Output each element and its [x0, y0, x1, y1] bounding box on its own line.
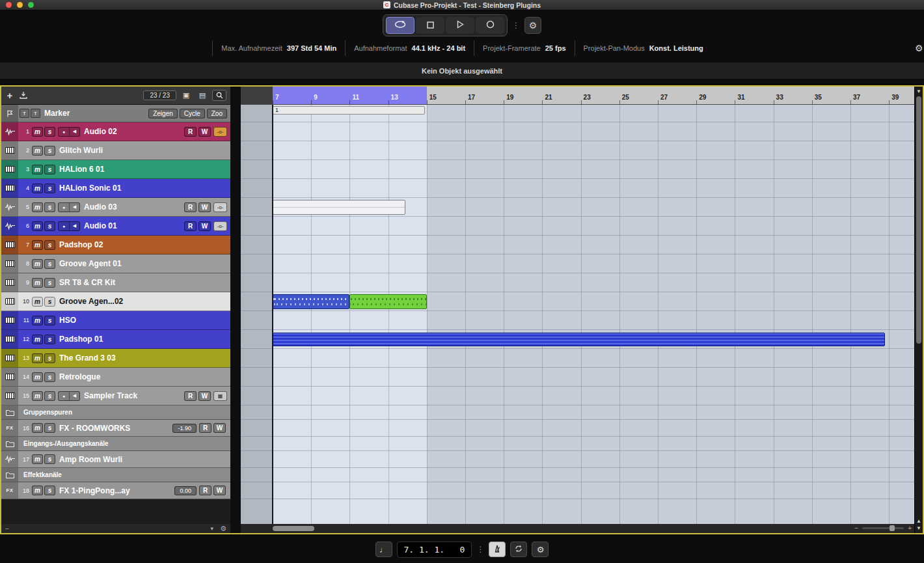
track-row-groove-agent-01[interactable]: 8msGroove Agent 01 [1, 254, 230, 273]
mute-button[interactable]: m [32, 184, 43, 193]
cycle-button[interactable] [386, 17, 414, 34]
write-automation-button[interactable]: W [198, 391, 211, 401]
write-automation-button[interactable]: W [198, 221, 211, 231]
read-automation-button[interactable]: R [199, 423, 211, 433]
track-row-the-grand-3-03[interactable]: 13msThe Grand 3 03 [1, 349, 230, 368]
track-row-sampler-track[interactable]: 15ms●◀Sampler TrackRW▦ [1, 387, 230, 405]
time-display[interactable]: 7. 1. 1. 0 [397, 542, 472, 558]
ruler-options-chevron-icon[interactable]: ▼ [916, 88, 921, 95]
project-cursor[interactable] [272, 105, 273, 524]
mute-button[interactable]: m [32, 165, 43, 174]
read-automation-button[interactable]: R [184, 221, 197, 231]
track-row-marker[interactable]: TTMarkerZeigenCycleZoo [1, 105, 230, 122]
transport-drag-handle-icon[interactable]: ⋮ [512, 21, 520, 30]
add-marker-icon[interactable]: T [20, 109, 29, 118]
mute-button[interactable]: m [32, 486, 43, 495]
track-row-padshop-01[interactable]: 12msPadshop 01 [1, 330, 230, 349]
automation-input-button[interactable]: -o- [213, 127, 227, 137]
record-enable-icon[interactable]: ● [59, 222, 69, 230]
close-window-button[interactable] [6, 2, 12, 8]
clip-padshop-01[interactable] [273, 333, 885, 346]
vertical-scrollbar[interactable]: ▼ ▲ ▼ [914, 87, 923, 533]
solo-button[interactable]: s [44, 165, 55, 174]
solo-button[interactable]: s [44, 297, 55, 307]
record-enable-icon[interactable]: ● [59, 392, 69, 400]
monitor-icon[interactable]: ◀ [69, 222, 79, 230]
minimize-window-button[interactable] [17, 2, 23, 8]
record-button[interactable] [476, 17, 504, 34]
mute-button[interactable]: m [32, 240, 43, 250]
transport-setup-gear-icon[interactable]: ⚙ [524, 17, 541, 34]
horizontal-scroll-thumb[interactable] [273, 526, 314, 531]
track-row-sr-t8-cr-kit[interactable]: 9msSR T8 & CR Kit [1, 273, 230, 292]
read-automation-button[interactable]: R [184, 127, 197, 137]
sync-button[interactable] [510, 542, 527, 557]
keyboard-focus-button[interactable]: ▦ [213, 391, 227, 401]
track-row-glitch-wurli[interactable]: 2msGlitch Wurli [1, 141, 230, 160]
lower-transport-drag-handle-icon[interactable]: ⋮ [476, 545, 484, 554]
record-enable-icon[interactable]: ● [59, 203, 69, 212]
stop-button[interactable] [416, 17, 444, 34]
read-automation-button[interactable]: R [184, 202, 197, 212]
solo-button[interactable]: s [44, 184, 55, 193]
zoom-window-button[interactable] [28, 2, 34, 8]
status-record-format[interactable]: Aufnahmeformat 44.1 kHz - 24 bit [345, 40, 474, 56]
mute-button[interactable]: m [32, 127, 43, 137]
search-tracks-button[interactable] [212, 90, 226, 101]
zoom-slider[interactable] [862, 527, 904, 529]
write-automation-button[interactable]: W [198, 202, 211, 212]
scroll-down-icon[interactable]: ▼ [916, 525, 921, 532]
toolbar-setup-gear-icon[interactable]: ⚙ [915, 43, 924, 53]
import-track-icon[interactable] [18, 92, 29, 99]
quarter-note-icon[interactable]: ♩ [375, 542, 392, 557]
write-automation-button[interactable]: W [213, 423, 226, 433]
track-row-groove-agen-02[interactable]: 10msGroove Agen...02 [1, 292, 230, 311]
mute-button[interactable]: m [32, 423, 43, 433]
solo-button[interactable]: s [44, 353, 55, 363]
solo-button[interactable]: s [44, 316, 55, 325]
marker-zeigen-button[interactable]: Zeigen [148, 109, 178, 118]
monitor-icon[interactable]: ◀ [69, 203, 79, 212]
mute-button[interactable]: m [32, 316, 43, 325]
mute-button[interactable]: m [32, 353, 43, 363]
track-row-retrologue[interactable]: 14msRetrologue [1, 368, 230, 387]
solo-button[interactable]: s [44, 146, 55, 156]
track-row-effektkanäle[interactable]: Effektkanäle [1, 468, 230, 482]
track-scale-chevron-down-icon[interactable]: ▾ [211, 525, 214, 532]
track-row-fx-1-pingpong-ay[interactable]: FX18msFX 1-PingPong...ay0.00RW [1, 482, 230, 499]
zoom-in-icon[interactable]: + [908, 525, 912, 532]
mute-button[interactable]: m [32, 372, 43, 382]
solo-button[interactable]: s [44, 221, 55, 231]
mute-button[interactable]: m [32, 202, 43, 212]
mute-button[interactable]: m [32, 335, 43, 344]
solo-button[interactable]: s [44, 391, 55, 401]
play-button[interactable] [446, 17, 474, 34]
clip-groove-agen-02[interactable] [273, 294, 349, 309]
track-row-fx-roomworks[interactable]: FX16msFX - ROOMWORKS-1.90RW [1, 420, 230, 437]
track-row-halion-sonic-01[interactable]: 4msHALion Sonic 01 [1, 179, 230, 198]
record-enable-icon[interactable]: ● [59, 128, 69, 136]
mute-button[interactable]: m [32, 278, 43, 288]
track-visibility-agent-icon[interactable]: ▣ [180, 90, 193, 101]
track-row-gruppenspuren[interactable]: Gruppenspuren [1, 405, 230, 420]
track-row-audio-03[interactable]: 5ms●◀Audio 03RW-o- [1, 198, 230, 217]
zoom-slider-thumb[interactable] [890, 525, 895, 531]
status-project-framerate[interactable]: Projekt-Framerate 25 fps [474, 40, 574, 56]
write-automation-button[interactable]: W [213, 486, 226, 495]
track-row-audio-02[interactable]: 1ms●◀Audio 02RW-o- [1, 122, 230, 141]
track-row-halion-6-01[interactable]: 3msHALion 6 01 [1, 160, 230, 179]
track-zoom-out-icon[interactable]: − [5, 525, 9, 532]
mute-button[interactable]: m [32, 454, 43, 464]
mute-button[interactable]: m [32, 146, 43, 156]
solo-button[interactable]: s [44, 372, 55, 382]
solo-button[interactable]: s [44, 454, 55, 464]
visible-track-count[interactable]: 23 / 23 [143, 90, 176, 100]
vertical-scroll-thumb[interactable] [916, 96, 921, 344]
mute-button[interactable]: m [32, 391, 43, 401]
track-row-padshop-02[interactable]: 7msPadshop 02 [1, 236, 230, 254]
timeline-ruler[interactable]: 79111315171921232527293133353739 [241, 87, 914, 105]
track-filter-icon[interactable]: ▤ [196, 90, 209, 101]
automation-input-button[interactable]: -o- [213, 221, 227, 231]
titlebar[interactable]: C Cubase Pro-Projekt - Test - Steinberg … [0, 0, 924, 10]
mute-button[interactable]: m [32, 297, 43, 307]
